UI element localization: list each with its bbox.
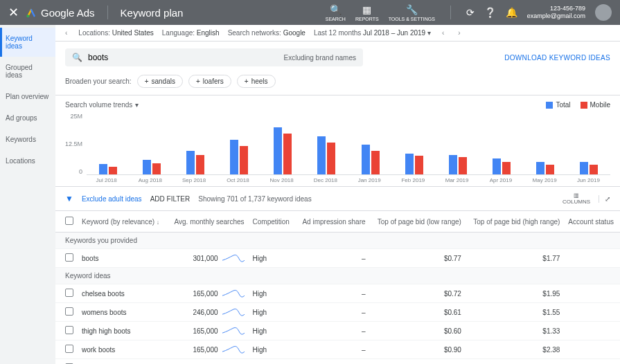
cell-low: $0.90 xyxy=(370,340,466,359)
chart-bar xyxy=(536,162,544,174)
sidebar-item[interactable]: Ad groups xyxy=(0,107,55,129)
row-checkbox[interactable] xyxy=(65,289,73,297)
chart-bar xyxy=(317,136,326,174)
cell-keyword[interactable]: work boots xyxy=(78,340,167,359)
header-reports[interactable]: ▦REPORTS xyxy=(355,4,379,21)
chevron-down-icon[interactable]: ▾ xyxy=(427,29,431,37)
chevron-down-icon: ▾ xyxy=(135,101,139,109)
col-competition[interactable]: Competition xyxy=(249,211,296,233)
col-high[interactable]: Top of page bid (high range) xyxy=(466,211,564,233)
networks-value[interactable]: Google xyxy=(283,29,305,37)
sidebar-item[interactable]: Keywords xyxy=(0,129,55,150)
cell-low: $0.72 xyxy=(370,284,466,303)
cell-high: $1.33 xyxy=(466,322,564,340)
chart-month xyxy=(177,113,213,174)
table-row: boots301,000High–$0.77$1.77 xyxy=(55,249,620,268)
cell-keyword[interactable]: chelsea boots xyxy=(78,284,167,303)
columns-button[interactable]: ▥COLUMNS xyxy=(563,192,590,205)
row-checkbox[interactable] xyxy=(65,345,73,353)
broaden-pill[interactable]: +heels xyxy=(237,75,276,88)
sidebar: Keyword ideasGrouped ideasPlan overviewA… xyxy=(0,25,55,364)
date-range[interactable]: Jul 2018 – Jun 2019 xyxy=(363,29,425,37)
sidebar-item[interactable]: Keyword ideas xyxy=(0,28,55,57)
col-low[interactable]: Top of page bid (low range) xyxy=(370,211,466,233)
cell-low: $0.60 xyxy=(370,322,466,340)
cell-keyword[interactable]: boots xyxy=(78,249,167,268)
cell-keyword[interactable]: cowboy boots xyxy=(78,359,167,365)
chart-bar xyxy=(143,160,151,174)
product-logo[interactable]: Google Ads xyxy=(26,7,95,19)
close-icon[interactable]: ✕ xyxy=(8,5,19,20)
date-next[interactable]: › xyxy=(455,29,463,37)
header-tools[interactable]: 🔧TOOLS & SETTINGS xyxy=(389,4,435,21)
cell-searches: 165,000 xyxy=(193,346,218,354)
chart-month xyxy=(571,113,608,174)
targeting-bar: ‹ Locations: United States Language: Eng… xyxy=(55,25,620,42)
chart-bar xyxy=(109,167,117,174)
exclude-adult-link[interactable]: Exclude adult ideas xyxy=(82,195,142,203)
account-info[interactable]: 123-456-789 example@gmail.com xyxy=(527,5,585,20)
cell-searches: 165,000 xyxy=(193,290,218,298)
locations-value[interactable]: United States xyxy=(112,29,154,37)
chart-body: 25M 12.5M 0 xyxy=(65,113,610,175)
broaden-pill[interactable]: +sandals xyxy=(137,75,183,88)
app-header: ✕ Google Ads Keyword plan 🔍SEARCH ▦REPOR… xyxy=(0,0,620,25)
col-searches[interactable]: Avg. monthly searches xyxy=(167,211,248,233)
help-icon[interactable]: ❔ xyxy=(484,7,496,18)
chart-month xyxy=(221,113,258,174)
broaden-pill[interactable]: +loafers xyxy=(188,75,231,88)
chart-bar xyxy=(580,162,588,174)
row-checkbox[interactable] xyxy=(65,253,73,262)
brand-toggle[interactable]: Excluding brand names xyxy=(283,54,356,62)
language-value[interactable]: English xyxy=(197,29,220,37)
chart-month xyxy=(484,113,520,174)
cell-impression: – xyxy=(295,284,369,303)
chart-bar xyxy=(283,134,292,174)
chart-bar xyxy=(240,146,248,174)
col-keyword[interactable]: Keyword (by relevance) ↓ xyxy=(78,211,167,233)
cell-low: $0.77 xyxy=(370,249,466,268)
row-checkbox[interactable] xyxy=(65,307,73,316)
reports-icon: ▦ xyxy=(362,4,371,15)
avatar[interactable] xyxy=(595,4,612,21)
cell-competition: High xyxy=(249,249,296,268)
chevron-left-icon[interactable]: ‹ xyxy=(62,29,70,37)
filter-icon[interactable]: ▼ xyxy=(65,194,73,203)
download-link[interactable]: DOWNLOAD KEYWORD IDEAS xyxy=(504,54,610,62)
sidebar-item[interactable]: Locations xyxy=(0,150,55,172)
select-all-checkbox[interactable] xyxy=(65,217,73,225)
product-name: Google Ads xyxy=(41,7,95,19)
expand-icon[interactable]: ⤢ xyxy=(599,195,610,203)
chart-month xyxy=(527,113,564,174)
cell-high: $1.55 xyxy=(466,303,564,322)
header-search[interactable]: 🔍SEARCH xyxy=(326,4,346,21)
keyword-search-box[interactable]: 🔍 Excluding brand names xyxy=(65,48,363,66)
sidebar-item[interactable]: Plan overview xyxy=(0,86,55,107)
showing-count: Showing 701 of 1,737 keyword ideas xyxy=(198,195,311,203)
chart-bar xyxy=(493,158,501,174)
row-checkbox[interactable] xyxy=(65,326,73,334)
col-impression[interactable]: Ad impression share xyxy=(295,211,369,233)
chart-bar xyxy=(502,162,511,174)
cell-high: $1.95 xyxy=(466,284,564,303)
cell-competition: High xyxy=(249,340,296,359)
chart-bar xyxy=(449,155,457,174)
table-row: cowboy boots135,000High–$0.88$3.45 xyxy=(55,359,620,365)
cell-keyword[interactable]: womens boots xyxy=(78,303,167,322)
col-status[interactable]: Account status xyxy=(564,211,620,233)
broaden-row: Broaden your search: +sandals+loafers+he… xyxy=(55,73,620,95)
search-input[interactable] xyxy=(88,53,278,62)
cell-keyword[interactable]: thigh high boots xyxy=(78,322,167,340)
chart-title-toggle[interactable]: Search volume trends ▾ xyxy=(65,101,139,109)
cell-competition: High xyxy=(249,284,296,303)
sidebar-item[interactable]: Grouped ideas xyxy=(0,57,55,86)
add-filter-button[interactable]: ADD FILTER xyxy=(150,195,191,203)
keywords-table: Keyword (by relevance) ↓ Avg. monthly se… xyxy=(55,211,620,364)
bell-icon[interactable]: 🔔 xyxy=(506,7,517,18)
date-prev[interactable]: ‹ xyxy=(439,29,447,37)
chart-month xyxy=(133,113,170,174)
chart-bar xyxy=(546,165,554,174)
refresh-icon[interactable]: ⟳ xyxy=(466,7,475,18)
chart-month xyxy=(265,113,301,174)
cell-low: $0.88 xyxy=(370,359,466,365)
